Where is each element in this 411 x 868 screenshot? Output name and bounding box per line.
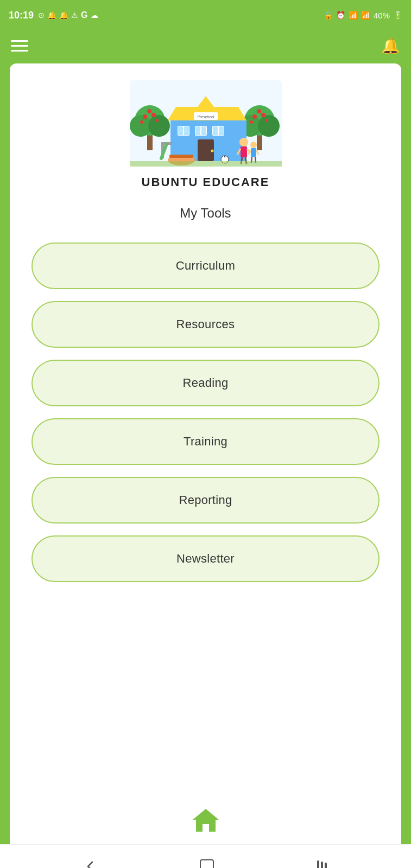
svg-point-6 xyxy=(151,113,156,117)
svg-rect-59 xyxy=(130,161,282,167)
nav-bar: 🔔 xyxy=(0,28,411,63)
app-title: UBUNTU EDUCARE xyxy=(142,175,270,189)
status-right: 🔒 ⏰ 📶 📶 40% 🔋 xyxy=(324,11,402,20)
alarm-icon: ⏰ xyxy=(336,11,345,20)
wifi-icon: 📶 xyxy=(349,11,358,20)
home-circle-icon xyxy=(200,859,214,869)
timer-icon: ⊙ xyxy=(38,11,45,20)
svg-point-4 xyxy=(148,115,170,137)
svg-marker-60 xyxy=(193,809,219,832)
resources-button[interactable]: Resources xyxy=(31,301,380,348)
svg-rect-23 xyxy=(178,126,183,131)
svg-rect-25 xyxy=(178,131,183,135)
training-button[interactable]: Training xyxy=(31,418,380,465)
svg-point-8 xyxy=(140,120,143,124)
svg-rect-29 xyxy=(201,126,206,131)
svg-rect-48 xyxy=(241,146,247,157)
reading-button[interactable]: Reading xyxy=(31,360,380,406)
lock-icon: 🔒 xyxy=(324,11,333,20)
battery-icon: 🔋 xyxy=(393,11,402,20)
svg-point-16 xyxy=(257,109,261,113)
status-left: 10:19 ⊙ 🔔 🔔 ⚠ G ☁ xyxy=(9,10,98,21)
status-icons: ⊙ 🔔 🔔 ⚠ G ☁ xyxy=(38,10,98,20)
school-illustration: Preschool xyxy=(130,80,282,167)
bell2-status-icon: 🔔 xyxy=(59,11,68,20)
recent-apps-button[interactable] xyxy=(317,860,327,869)
svg-rect-31 xyxy=(201,131,206,135)
warning-icon: ⚠ xyxy=(71,11,78,20)
svg-rect-28 xyxy=(195,126,200,131)
svg-point-47 xyxy=(239,138,248,146)
svg-point-5 xyxy=(143,114,147,119)
svg-point-53 xyxy=(250,142,257,148)
cloud-icon: ☁ xyxy=(91,11,98,20)
svg-point-18 xyxy=(265,119,268,122)
svg-point-38 xyxy=(211,150,213,152)
google-icon: G xyxy=(81,10,87,20)
svg-rect-34 xyxy=(219,126,224,131)
home-area xyxy=(10,796,401,844)
svg-text:Preschool: Preschool xyxy=(197,115,214,119)
svg-rect-33 xyxy=(213,126,218,131)
svg-point-13 xyxy=(258,115,280,137)
home-button[interactable] xyxy=(200,859,214,869)
android-nav-bar xyxy=(0,844,411,868)
svg-rect-36 xyxy=(219,131,224,135)
svg-point-15 xyxy=(261,113,265,117)
status-time: 10:19 xyxy=(9,10,34,21)
bell-status-icon: 🔔 xyxy=(47,11,56,20)
curriculum-button[interactable]: Curriculum xyxy=(31,242,380,289)
back-button[interactable] xyxy=(84,860,97,869)
newsletter-button[interactable]: Newsletter xyxy=(31,535,380,582)
main-content: Preschool xyxy=(10,63,401,796)
svg-rect-54 xyxy=(251,148,256,157)
svg-rect-26 xyxy=(184,131,189,135)
recent-icon xyxy=(317,860,327,869)
svg-rect-35 xyxy=(213,131,218,135)
hamburger-menu-button[interactable] xyxy=(11,40,28,52)
battery-percent: 40% xyxy=(374,11,390,20)
svg-rect-42 xyxy=(169,155,193,158)
status-bar: 10:19 ⊙ 🔔 🔔 ⚠ G ☁ 🔒 ⏰ 📶 📶 40% 🔋 xyxy=(0,0,411,28)
svg-point-9 xyxy=(155,119,159,122)
svg-rect-24 xyxy=(184,126,189,131)
reporting-button[interactable]: Reporting xyxy=(31,477,380,524)
svg-point-17 xyxy=(250,120,253,124)
tools-list: Curriculum Resources Reading Training Re… xyxy=(31,242,380,582)
notification-bell-icon[interactable]: 🔔 xyxy=(381,37,400,55)
svg-point-7 xyxy=(147,109,151,113)
svg-point-14 xyxy=(252,114,257,119)
home-icon[interactable] xyxy=(192,807,220,839)
tools-title: My Tools xyxy=(180,206,231,221)
svg-rect-30 xyxy=(195,131,200,135)
signal-icon: 📶 xyxy=(361,11,370,20)
